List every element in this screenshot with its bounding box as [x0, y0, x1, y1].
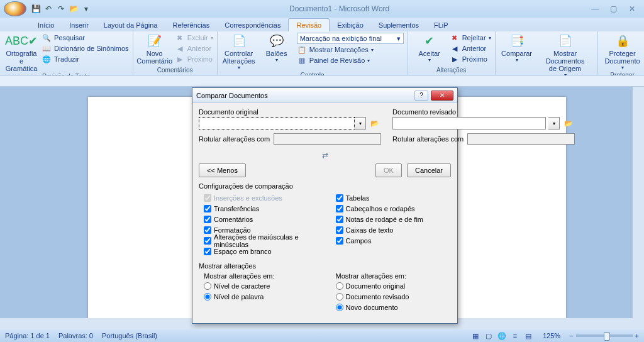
ribbon-tabs: Início Inserir Layout da Página Referênc…	[0, 18, 644, 31]
source-icon: 📄	[557, 34, 574, 49]
chk-textboxes[interactable]	[336, 226, 343, 234]
show-markup-button[interactable]: 📋Mostrar Marcações	[297, 45, 404, 55]
redo-icon[interactable]: ↷	[55, 3, 67, 14]
chk-moves[interactable]	[204, 205, 211, 212]
web-view-icon[interactable]: 🌐	[496, 332, 508, 340]
chk-fields[interactable]	[336, 237, 343, 245]
translate-button[interactable]: 🌐Traduzir	[42, 54, 129, 64]
save-icon[interactable]: 💾	[30, 3, 42, 14]
chk-comments[interactable]	[204, 216, 211, 223]
minimize-button[interactable]: —	[587, 4, 603, 13]
print-layout-view-icon[interactable]: ▦	[470, 332, 481, 340]
research-button[interactable]: 🔍Pesquisar	[42, 33, 129, 43]
radio-original-doc[interactable]	[336, 282, 343, 290]
next-icon: ▶	[450, 55, 460, 63]
lock-icon: 🔒	[614, 34, 631, 49]
radio-new-doc[interactable]	[336, 304, 343, 311]
zoom-out-button[interactable]: −	[569, 332, 573, 339]
zoom-level[interactable]: 125%	[543, 332, 560, 339]
less-button[interactable]: << Menos	[199, 163, 246, 177]
radio-revised-doc[interactable]	[336, 293, 343, 301]
tab-suplementos[interactable]: Suplementos	[371, 19, 426, 31]
show-source-button[interactable]: 📄Mostrar Documentos de Origem	[537, 33, 594, 79]
thesaurus-button[interactable]: 📖Dicionário de Sinônimos	[42, 43, 129, 53]
label-original-input[interactable]	[274, 133, 381, 145]
abc-check-icon: ABC✔	[13, 34, 30, 49]
balloon-icon: 💬	[268, 34, 286, 49]
radio-char-level[interactable]	[204, 282, 211, 290]
chevron-down-icon[interactable]: ▾	[355, 117, 366, 130]
qat-more-icon[interactable]: ▾	[80, 3, 92, 14]
review-pane-button[interactable]: ▥Painel de Revisão	[297, 55, 404, 65]
zoom-in-button[interactable]: +	[635, 332, 639, 339]
browse-original-button[interactable]: 📂	[369, 118, 381, 129]
ok-button[interactable]: OK	[375, 163, 402, 177]
tab-revisao[interactable]: Revisão	[288, 18, 330, 31]
browse-revised-button[interactable]: 📂	[562, 118, 575, 129]
label-revised-input[interactable]	[467, 133, 575, 145]
protect-button[interactable]: 🔒Proteger Documento	[602, 33, 643, 71]
chk-tables[interactable]	[336, 194, 343, 202]
office-button[interactable]	[4, 1, 26, 16]
next-change-button[interactable]: ▶Próximo	[450, 54, 491, 64]
dialog-titlebar[interactable]: Comparar Documentos ? ✕	[192, 88, 457, 103]
vertical-scrollbar[interactable]	[633, 87, 644, 329]
new-comment-button[interactable]: 📝Novo Comentário	[137, 33, 172, 66]
label-changes-original: Rotular alterações com	[199, 135, 270, 143]
spelling-button[interactable]: ABC✔Ortografia e Gramática	[4, 33, 39, 72]
next-comment-button[interactable]: ▶Próximo	[175, 54, 213, 64]
maximize-button[interactable]: ▢	[606, 4, 622, 13]
prev-change-button[interactable]: ◀Anterior	[450, 43, 491, 53]
close-button[interactable]: ✕	[624, 4, 640, 13]
ruler	[0, 75, 644, 87]
dialog-close-button[interactable]: ✕	[431, 91, 453, 101]
chk-footnotes[interactable]	[336, 216, 343, 223]
swap-icon[interactable]: ⇄	[199, 151, 451, 160]
fullscreen-view-icon[interactable]: ▢	[483, 332, 494, 340]
chk-headers[interactable]	[336, 205, 343, 212]
tab-exibicao[interactable]: Exibição	[330, 19, 371, 31]
comment-icon: 📝	[146, 34, 164, 49]
chk-case[interactable]	[204, 237, 211, 245]
show-changes-at-label: Mostrar alterações em:	[204, 272, 314, 280]
help-button[interactable]: ?	[414, 91, 428, 101]
search-icon: 🔍	[42, 34, 52, 42]
chk-formatting[interactable]	[204, 226, 211, 234]
draft-view-icon[interactable]: ▤	[523, 332, 534, 340]
compare-button[interactable]: 📑Comparar	[499, 33, 535, 79]
tab-correspondencias[interactable]: Correspondências	[217, 19, 288, 31]
tab-layout[interactable]: Layout da Página	[96, 19, 165, 31]
cancel-button[interactable]: Cancelar	[407, 163, 451, 177]
balloons-button[interactable]: 💬Balões	[259, 33, 294, 71]
tab-referencias[interactable]: Referências	[165, 19, 218, 31]
group-comentarios: 📝Novo Comentário ✖Excluir ◀Anterior ▶Pró…	[133, 31, 218, 75]
revised-doc-combo[interactable]	[392, 117, 546, 130]
globe-icon: 🌐	[42, 55, 52, 63]
open-icon[interactable]: 📂	[68, 3, 79, 14]
show-changes-label: Mostrar alterações	[199, 262, 451, 270]
outline-view-icon[interactable]: ≡	[509, 332, 521, 339]
accept-button[interactable]: ✔Aceitar	[412, 33, 447, 66]
reject-button[interactable]: ✖Rejeitar	[450, 33, 491, 43]
label-changes-revised: Rotular alterações com	[392, 135, 464, 143]
window-title: Documento1 - Microsoft Word	[92, 4, 587, 13]
track-changes-button[interactable]: 📄Controlar Alterações	[221, 33, 257, 71]
language-indicator[interactable]: Português (Brasil)	[102, 332, 157, 339]
chk-whitespace[interactable]	[204, 248, 211, 255]
tab-inicio[interactable]: Início	[30, 19, 62, 31]
tab-inserir[interactable]: Inserir	[62, 19, 96, 31]
word-count[interactable]: Palavras: 0	[58, 332, 93, 339]
chevron-down-icon[interactable]: ▾	[548, 117, 560, 130]
prev-comment-button[interactable]: ◀Anterior	[175, 43, 213, 53]
group-label: Alterações	[412, 66, 491, 74]
revised-doc-label: Documento revisado	[392, 108, 575, 116]
zoom-slider[interactable]	[576, 334, 633, 337]
delete-comment-button[interactable]: ✖Excluir	[175, 33, 213, 43]
tab-flip[interactable]: FLiP	[426, 19, 456, 31]
chevron-down-icon: ▾	[397, 35, 401, 43]
page-indicator[interactable]: Página: 1 de 1	[5, 332, 50, 339]
original-doc-combo[interactable]	[199, 117, 355, 130]
radio-word-level[interactable]	[204, 293, 211, 301]
display-for-review-combo[interactable]: Marcação na exibição final▾	[297, 33, 404, 44]
undo-icon[interactable]: ↶	[43, 3, 54, 14]
